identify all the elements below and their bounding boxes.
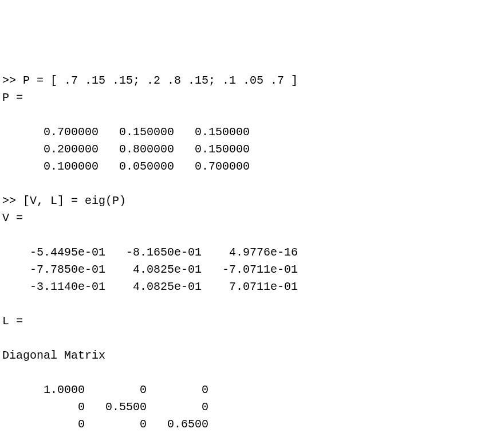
matrix-P-row: 0.7000000.1500000.150000	[2, 124, 250, 141]
matrix-L-row: 000.6500	[2, 416, 208, 433]
command-line-1: >> P = [ .7 .15 .15; .2 .8 .15; .1 .05 .…	[2, 74, 298, 87]
matrix-P-row: 0.2000000.8000000.150000	[2, 141, 250, 158]
diagonal-matrix-label: Diagonal Matrix	[2, 349, 105, 362]
matrix-V-row: -5.4495e-01-8.1650e-014.9776e-16	[2, 244, 298, 261]
command-line-2: >> [V, L] = eig(P)	[2, 194, 126, 207]
matrix-V-row: -7.7850e-014.0825e-01-7.0711e-01	[2, 261, 298, 278]
output-var-L: L =	[2, 315, 23, 328]
matrix-L-row: 1.000000	[2, 382, 208, 399]
terminal-output[interactable]: >> P = [ .7 .15 .15; .2 .8 .15; .1 .05 .…	[2, 72, 502, 448]
matrix-P-row: 0.1000000.0500000.700000	[2, 158, 250, 175]
matrix-L-row: 00.55000	[2, 399, 208, 416]
output-var-V: V =	[2, 211, 23, 225]
matrix-V-row: -3.1140e-014.0825e-017.0711e-01	[2, 278, 298, 296]
output-var-P: P =	[2, 91, 23, 104]
